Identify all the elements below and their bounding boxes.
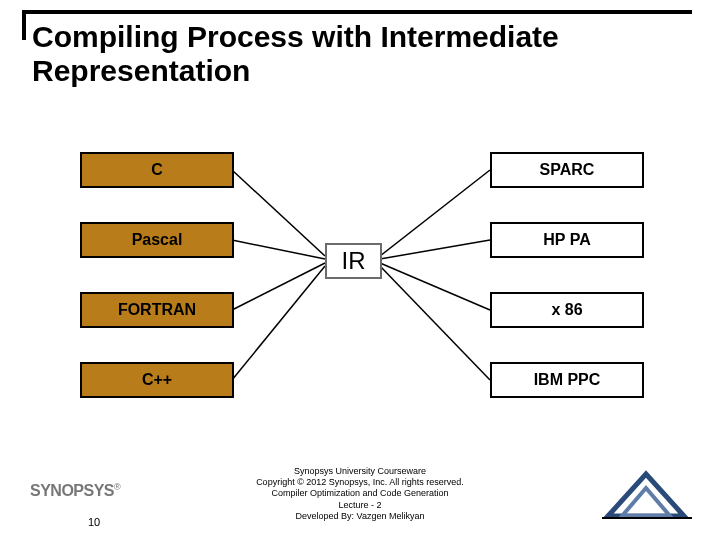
target-node-sparc: SPARC bbox=[490, 152, 644, 188]
target-node-hppa: HP PA bbox=[490, 222, 644, 258]
source-node-fortran: FORTRAN bbox=[80, 292, 234, 328]
svg-line-3 bbox=[232, 266, 325, 380]
footer-block: Synopsys University Courseware Copyright… bbox=[160, 466, 560, 522]
source-node-cpp: C++ bbox=[80, 362, 234, 398]
svg-line-2 bbox=[232, 263, 325, 310]
footer-line-1: Synopsys University Courseware bbox=[160, 466, 560, 477]
svg-marker-8 bbox=[608, 474, 684, 516]
source-node-pascal: Pascal bbox=[80, 222, 234, 258]
footer-line-2: Copyright © 2012 Synopsys, Inc. All righ… bbox=[160, 477, 560, 488]
frame-rule-top bbox=[22, 10, 692, 14]
synopsys-logo-text: SYNOPSYS bbox=[30, 482, 114, 499]
source-node-c: C bbox=[80, 152, 234, 188]
target-node-ibmppc: IBM PPC bbox=[490, 362, 644, 398]
svg-line-5 bbox=[380, 240, 490, 259]
slide-title: Compiling Process with Intermediate Repr… bbox=[32, 20, 692, 87]
svg-line-4 bbox=[380, 170, 490, 256]
svg-line-6 bbox=[380, 263, 490, 310]
page-number: 10 bbox=[88, 516, 100, 528]
footer-line-3: Compiler Optimization and Code Generatio… bbox=[160, 488, 560, 499]
svg-line-0 bbox=[232, 170, 325, 256]
registered-icon: ® bbox=[114, 482, 120, 492]
frame-rule-left bbox=[22, 10, 26, 40]
footer-line-5: Developed By: Vazgen Melikyan bbox=[160, 511, 560, 522]
svg-line-1 bbox=[232, 240, 325, 259]
target-node-x86: x 86 bbox=[490, 292, 644, 328]
partner-logo-icon bbox=[602, 468, 692, 520]
svg-line-7 bbox=[380, 266, 490, 380]
synopsys-logo: SYNOPSYS® bbox=[30, 482, 120, 500]
footer-line-4: Lecture - 2 bbox=[160, 500, 560, 511]
ir-node: IR bbox=[325, 243, 382, 279]
